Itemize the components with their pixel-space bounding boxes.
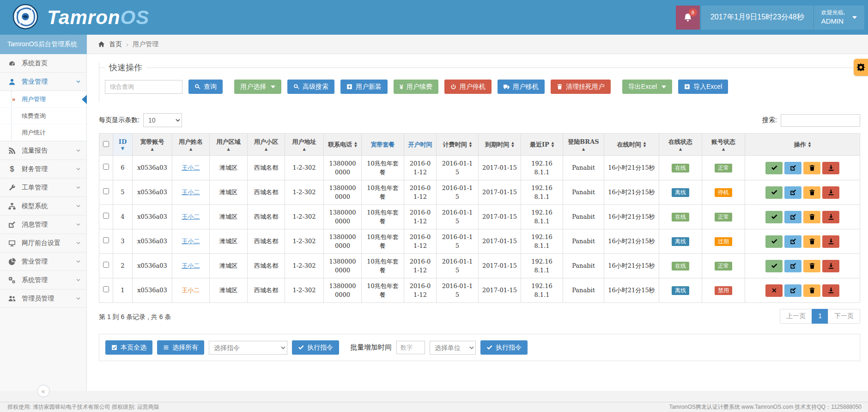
col-header-open_date[interactable]: 开户时间 — [404, 134, 437, 156]
download-button[interactable] — [822, 211, 839, 223]
user-name-link[interactable]: 王小二 — [182, 164, 200, 171]
col-header-online_status[interactable]: 在线状态▲ — [659, 134, 702, 156]
settings-gear-button[interactable] — [854, 59, 868, 76]
row-checkbox[interactable] — [103, 188, 109, 194]
import-excel-button[interactable]: 导入Excel — [678, 80, 728, 94]
delete-button[interactable] — [803, 284, 820, 297]
list-icon — [163, 344, 169, 351]
col-header-ip[interactable]: 最近IP▲▼ — [521, 134, 563, 156]
advanced-search-button[interactable]: 高级搜索 — [287, 80, 334, 94]
renew-button[interactable]: ¥用户续费 — [394, 80, 438, 94]
confirm-button[interactable] — [765, 211, 783, 223]
col-header-bill_date[interactable]: 计费时间▲▼ — [437, 134, 479, 156]
deny-button[interactable] — [765, 284, 783, 297]
col-header-plan[interactable]: 宽带套餐 — [362, 134, 404, 156]
table-search-input[interactable] — [781, 114, 860, 127]
new-install-button[interactable]: 用户新装 — [340, 80, 388, 94]
page-size-select[interactable]: 10 — [143, 113, 182, 127]
row-checkbox[interactable] — [103, 262, 109, 268]
confirm-button[interactable] — [765, 162, 783, 174]
execute-command-button[interactable]: 执行指令 — [292, 340, 339, 355]
col-header-address[interactable]: 用户地址▲ — [285, 134, 324, 156]
sidebar-item-model-system[interactable]: 模型系统 — [0, 197, 86, 215]
col-header-community[interactable]: 用户小区▲ — [248, 134, 285, 156]
row-checkbox[interactable] — [103, 213, 109, 219]
user-name-link[interactable]: 王小二 — [182, 287, 200, 294]
delete-button[interactable] — [803, 260, 820, 272]
notifications-button[interactable]: 8 — [676, 6, 700, 30]
unit-select[interactable]: 选择单位 — [430, 341, 476, 355]
page-1-button[interactable]: 1 — [812, 309, 828, 324]
breadcrumb-home[interactable]: 首页 — [109, 40, 122, 49]
col-header-account_status[interactable]: 账号状态▲ — [702, 134, 745, 156]
delete-button[interactable] — [803, 235, 820, 248]
delete-button[interactable] — [803, 162, 820, 174]
edit-button[interactable] — [784, 235, 801, 248]
sidebar-item-dashboard[interactable]: 系统首页 — [0, 54, 86, 73]
edit-button[interactable] — [784, 260, 801, 272]
user-name-link[interactable]: 王小二 — [182, 238, 200, 245]
col-header-region[interactable]: 用户区域▲ — [210, 134, 248, 156]
col-header-online_time[interactable]: 在线时间▲▼ — [604, 134, 659, 156]
sidebar-subitem-user-management[interactable]: »用户管理 — [0, 91, 86, 108]
sidebar-item-admins[interactable]: 管理员管理 — [0, 289, 86, 308]
select-all-checkbox[interactable] — [103, 141, 109, 147]
download-button[interactable] — [822, 260, 839, 272]
col-header-bras[interactable]: 登陆BRAS▲ — [563, 134, 604, 156]
confirm-button[interactable] — [765, 260, 783, 272]
edit-button[interactable] — [784, 284, 801, 297]
prev-page-button[interactable]: 上一页 — [780, 309, 812, 324]
collapse-icon: « — [42, 387, 45, 395]
sidebar-subitem-renew-query[interactable]: 续费查询 — [0, 108, 86, 124]
row-checkbox[interactable] — [103, 237, 109, 243]
sidebar-item-finance[interactable]: $财务管理 — [0, 160, 86, 178]
row-checkbox[interactable] — [103, 286, 109, 292]
user-name-link[interactable]: 王小二 — [182, 189, 200, 196]
query-button[interactable]: 查询 — [188, 80, 223, 94]
next-page-button[interactable]: 下一页 — [828, 309, 860, 324]
sidebar-subitem-user-statistics[interactable]: 用户统计 — [0, 124, 86, 141]
export-excel-button[interactable]: 导出Excel — [622, 80, 672, 94]
user-menu[interactable]: 欢迎光临, ADMIN — [813, 6, 864, 30]
col-header-account[interactable]: 宽带账号▲ — [133, 134, 172, 156]
sidebar-item-traffic-report[interactable]: 流量报告 — [0, 141, 86, 160]
sidebar-item-business-2[interactable]: 营业管理 — [0, 252, 86, 271]
batch-number-input[interactable] — [396, 341, 425, 354]
sidebar-collapse-button[interactable]: « — [37, 385, 49, 397]
suspend-button[interactable]: 用户停机 — [444, 80, 492, 94]
delete-button[interactable] — [803, 211, 820, 223]
user-name-link[interactable]: 王小二 — [182, 213, 200, 220]
execute-command-button-2[interactable]: 执行指令 — [480, 340, 528, 355]
col-header-name[interactable]: 用户姓名▲ — [172, 134, 210, 156]
sidebar-item-message[interactable]: 消息管理 — [0, 215, 86, 234]
sidebar-item-system[interactable]: 系统管理 — [0, 271, 86, 289]
col-header-phone[interactable]: 联系电话▲▼ — [324, 134, 362, 156]
sidebar-item-work-order[interactable]: 工单管理 — [0, 178, 86, 197]
user-name-link[interactable]: 王小二 — [182, 262, 200, 269]
col-header-expire_date[interactable]: 到期时间▲▼ — [479, 134, 521, 156]
download-button[interactable] — [822, 162, 839, 174]
select-page-button[interactable]: 本页全选 — [105, 340, 152, 355]
select-all-button[interactable]: 选择所有 — [157, 340, 204, 355]
download-button[interactable] — [822, 235, 839, 248]
user-select-button[interactable]: 用户选择 — [234, 80, 281, 94]
col-header-actions[interactable]: 操作▲▼ — [745, 134, 860, 156]
edit-button[interactable] — [784, 162, 801, 174]
truck-icon — [504, 84, 510, 90]
edit-button[interactable] — [784, 186, 801, 199]
row-checkbox[interactable] — [103, 164, 109, 170]
top-navbar: TamronOS 8 2017年1月9日15时23分48秒 欢迎光临, ADMI… — [0, 0, 868, 35]
download-button[interactable] — [822, 186, 839, 199]
cleanup-dead-button[interactable]: 清理挂死用户 — [551, 80, 611, 94]
sidebar-item-business[interactable]: 营业管理 — [0, 73, 86, 91]
confirm-button[interactable] — [765, 186, 783, 199]
relocate-button[interactable]: 用户移机 — [498, 80, 545, 94]
command-select[interactable]: 选择指令 — [209, 341, 287, 355]
edit-button[interactable] — [784, 211, 801, 223]
combined-search-input[interactable] — [105, 80, 182, 94]
col-header-id[interactable]: ID▼ — [113, 134, 133, 156]
sidebar-item-portal-settings[interactable]: 网厅前台设置 — [0, 234, 86, 252]
confirm-button[interactable] — [765, 235, 783, 248]
delete-button[interactable] — [803, 186, 820, 199]
download-button[interactable] — [822, 284, 839, 297]
